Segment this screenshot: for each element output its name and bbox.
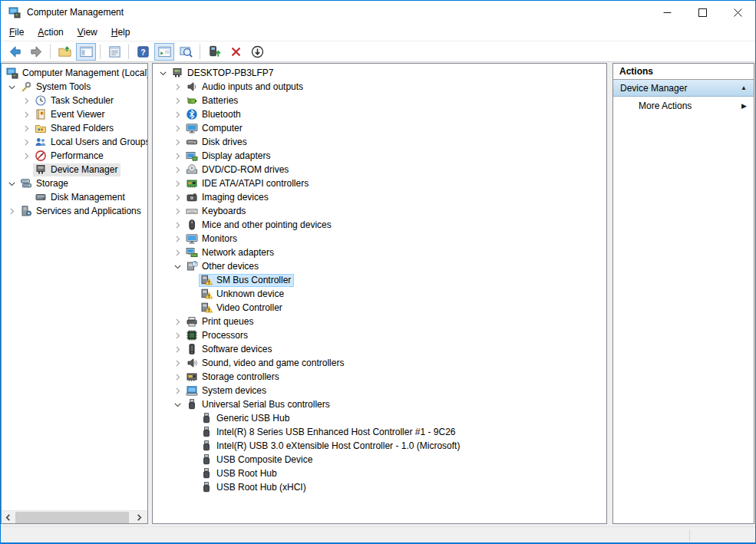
tree-item[interactable]: Software devices [153, 342, 606, 356]
chevron-right-icon[interactable] [170, 108, 184, 120]
show-console-tree-button[interactable] [76, 43, 96, 61]
chevron-down-icon[interactable] [170, 260, 184, 272]
scan-hardware-changes-button[interactable] [176, 43, 196, 61]
uninstall-device-button[interactable] [226, 43, 246, 61]
tree-item[interactable]: Services and Applications [2, 204, 147, 218]
chevron-right-icon[interactable] [170, 205, 184, 217]
chevron-right-icon[interactable] [19, 94, 33, 107]
chevron-right-icon[interactable] [19, 108, 33, 120]
tree-item[interactable]: Audio inputs and outputs [153, 80, 606, 94]
back-button[interactable] [5, 43, 25, 61]
menu-view[interactable]: View [71, 24, 104, 41]
tree-item[interactable]: Local Users and Groups [2, 135, 147, 149]
chevron-right-icon[interactable] [170, 343, 184, 355]
tree-item[interactable]: SM Bus Controller [153, 273, 606, 287]
tree-item[interactable]: System Tools [2, 80, 147, 94]
tree-item[interactable]: Disk drives [153, 135, 606, 149]
tree-item[interactable]: USB Root Hub (xHCI) [153, 480, 606, 494]
chevron-right-icon[interactable] [19, 150, 33, 162]
properties-button[interactable] [104, 43, 124, 61]
tree-item[interactable]: Shared Folders [2, 121, 147, 135]
maximize-icon [698, 8, 707, 17]
chevron-right-icon[interactable] [170, 81, 184, 93]
collapse-group-icon[interactable]: ▲ [741, 84, 747, 91]
show-action-pane-button[interactable] [154, 43, 174, 61]
tree-item[interactable]: Unknown device [153, 287, 606, 301]
scrollbar-thumb[interactable] [15, 512, 129, 523]
chevron-right-icon[interactable] [170, 232, 184, 245]
chevron-down-icon[interactable] [156, 67, 170, 79]
tree-item[interactable]: Imaging devices [153, 190, 606, 204]
chevron-right-icon[interactable] [170, 177, 184, 190]
tree-item[interactable]: DESKTOP-PB3LFP7 [153, 66, 606, 80]
tree-item[interactable]: Network adapters [153, 246, 606, 259]
chevron-right-icon[interactable] [170, 94, 184, 107]
chevron-right-icon[interactable] [170, 191, 184, 203]
chevron-down-icon[interactable] [170, 398, 184, 410]
tree-item[interactable]: USB Composite Device [153, 453, 606, 467]
chevron-down-icon[interactable] [5, 81, 18, 93]
system-devices-icon [186, 384, 198, 397]
tree-item[interactable]: Sound, video and game controllers [153, 356, 606, 370]
tree-item[interactable]: Disk Management [2, 190, 147, 204]
tree-item[interactable]: Intel(R) 8 Series USB Enhanced Host Cont… [153, 425, 606, 439]
chevron-right-icon[interactable] [170, 357, 184, 369]
tree-item[interactable]: Storage [2, 176, 147, 190]
update-driver-button[interactable] [204, 43, 224, 61]
help-button[interactable]: ? [133, 43, 153, 61]
tree-item[interactable]: Computer [153, 121, 606, 135]
tree-item[interactable]: Performance [2, 149, 147, 163]
menu-file[interactable]: File [2, 24, 31, 41]
scroll-left-icon[interactable] [2, 511, 15, 523]
tree-item[interactable]: Universal Serial Bus controllers [153, 397, 606, 411]
tree-item[interactable]: Print queues [153, 315, 606, 328]
tree-item[interactable]: Mice and other pointing devices [153, 218, 606, 232]
tree-item[interactable]: Processors [153, 328, 606, 342]
tree-item[interactable]: Video Controller [153, 301, 606, 315]
chevron-right-icon[interactable] [170, 122, 184, 134]
tree-item[interactable]: Monitors [153, 232, 606, 246]
horizontal-scrollbar[interactable] [2, 510, 147, 523]
tree-item[interactable]: Keyboards [153, 204, 606, 218]
close-button[interactable] [720, 1, 755, 24]
chevron-right-icon[interactable] [170, 163, 184, 176]
menu-action[interactable]: Action [31, 24, 70, 41]
forward-button[interactable] [26, 43, 46, 61]
menu-help[interactable]: Help [104, 24, 137, 41]
tree-item[interactable]: Event Viewer [2, 107, 147, 121]
tree-item[interactable]: Task Scheduler [2, 94, 147, 107]
disable-device-button[interactable] [247, 43, 267, 61]
up-one-level-button[interactable] [54, 43, 74, 61]
chevron-right-icon[interactable] [170, 315, 184, 328]
chevron-down-icon[interactable] [5, 177, 18, 190]
tree-item[interactable]: Computer Management (Local) [2, 66, 147, 80]
chevron-right-icon[interactable] [170, 136, 184, 148]
chevron-right-icon[interactable] [170, 150, 184, 162]
chevron-right-icon[interactable] [19, 122, 33, 134]
tree-item[interactable]: Batteries [153, 94, 606, 107]
tree-item[interactable]: Intel(R) USB 3.0 eXtensible Host Control… [153, 439, 606, 453]
tree-item[interactable]: IDE ATA/ATAPI controllers [153, 176, 606, 190]
chevron-right-icon[interactable] [170, 384, 184, 397]
chevron-right-icon[interactable] [170, 219, 184, 231]
system-tools-icon [20, 81, 32, 93]
tree-item[interactable]: Generic USB Hub [153, 411, 606, 425]
tree-item[interactable]: ?Other devices [153, 259, 606, 273]
chevron-right-icon[interactable] [170, 329, 184, 341]
scroll-right-icon[interactable] [133, 511, 146, 523]
tree-item[interactable]: System devices [153, 384, 606, 397]
tree-item[interactable]: Storage controllers [153, 370, 606, 384]
tree-item[interactable]: Device Manager [2, 163, 147, 176]
chevron-right-icon[interactable] [19, 136, 33, 148]
more-actions-item[interactable]: More Actions ▶ [613, 97, 754, 115]
chevron-right-icon[interactable] [170, 246, 184, 259]
actions-group-device-manager[interactable]: Device Manager ▲ [613, 80, 754, 97]
chevron-right-icon[interactable] [170, 371, 184, 383]
tree-item[interactable]: DVD/CD-ROM drives [153, 163, 606, 176]
maximize-button[interactable] [685, 1, 720, 24]
minimize-button[interactable] [649, 1, 685, 24]
tree-item[interactable]: Bluetooth [153, 107, 606, 121]
tree-item[interactable]: Display adapters [153, 149, 606, 163]
chevron-right-icon[interactable] [5, 205, 18, 217]
tree-item[interactable]: USB Root Hub [153, 467, 606, 480]
